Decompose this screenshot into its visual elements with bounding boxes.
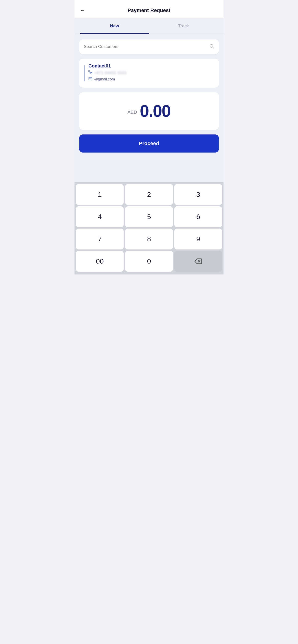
contact-phone-row: +971 04455 5555 bbox=[88, 70, 214, 75]
proceed-button[interactable]: Proceed bbox=[79, 134, 219, 152]
search-container bbox=[79, 40, 219, 54]
keypad-btn-00[interactable]: 00 bbox=[76, 251, 124, 272]
tabs-container: New Track bbox=[75, 18, 223, 34]
amount-value: 0.00 bbox=[140, 102, 170, 120]
delete-icon bbox=[194, 258, 202, 265]
contact-email-row: @gmail.com bbox=[88, 77, 214, 82]
keypad-btn-3[interactable]: 3 bbox=[174, 184, 222, 205]
back-button[interactable]: ← bbox=[80, 8, 85, 14]
email-icon bbox=[88, 77, 92, 82]
svg-line-1 bbox=[213, 47, 214, 48]
search-icon bbox=[209, 44, 214, 50]
keypad-btn-1[interactable]: 1 bbox=[76, 184, 124, 205]
header: ← Payment Request bbox=[75, 0, 223, 18]
contact-indicator bbox=[84, 65, 85, 81]
phone-icon bbox=[88, 70, 92, 75]
keypad-container: 1 2 3 4 5 6 7 8 9 00 0 bbox=[75, 182, 223, 274]
amount-card: AED 0.00 bbox=[79, 92, 219, 130]
tab-new[interactable]: New bbox=[80, 18, 149, 34]
contact-name: Contact01 bbox=[88, 63, 214, 68]
contact-phone: +971 04455 5555 bbox=[94, 71, 127, 75]
keypad-btn-9[interactable]: 9 bbox=[174, 228, 222, 250]
amount-currency: AED bbox=[127, 110, 137, 115]
search-input[interactable] bbox=[84, 44, 209, 49]
contact-info: Contact01 +971 04455 5555 @gmail.com bbox=[88, 63, 214, 83]
keypad-btn-0[interactable]: 0 bbox=[125, 251, 173, 272]
keypad-btn-4[interactable]: 4 bbox=[76, 206, 124, 227]
spacer bbox=[75, 173, 223, 182]
keypad-btn-5[interactable]: 5 bbox=[125, 206, 173, 227]
keypad-btn-2[interactable]: 2 bbox=[125, 184, 173, 205]
contact-card[interactable]: Contact01 +971 04455 5555 @gmail.com bbox=[79, 59, 219, 88]
page-title: Payment Request bbox=[128, 8, 171, 14]
main-content: Contact01 +971 04455 5555 @gmail.com bbox=[75, 34, 223, 173]
keypad-btn-8[interactable]: 8 bbox=[125, 228, 173, 250]
tab-track[interactable]: Track bbox=[149, 18, 218, 34]
keypad-btn-delete[interactable] bbox=[174, 251, 222, 272]
keypad-btn-7[interactable]: 7 bbox=[76, 228, 124, 250]
keypad-btn-6[interactable]: 6 bbox=[174, 206, 222, 227]
contact-email: @gmail.com bbox=[94, 77, 115, 81]
